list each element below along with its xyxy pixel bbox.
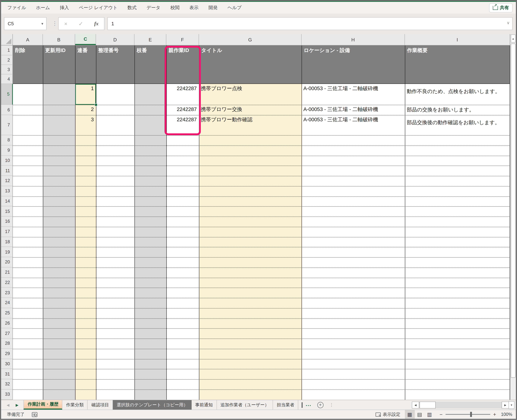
row-header-10[interactable]: 10 <box>1 156 13 166</box>
row-header-9[interactable]: 9 <box>1 145 13 156</box>
column-header-H[interactable]: H <box>301 34 405 45</box>
row-header-8[interactable]: 8 <box>1 135 13 145</box>
tab-options-icon[interactable]: ⋮ <box>329 402 334 407</box>
row-header-18[interactable]: 18 <box>1 237 13 247</box>
scroll-right-icon[interactable]: ▶ <box>502 402 509 409</box>
share-button[interactable]: 共有 <box>489 3 513 12</box>
sheet-tab-5[interactable]: 追加作業者（ユーザー） <box>217 400 273 410</box>
insert-function-icon[interactable]: fx <box>94 21 98 27</box>
partial-tab[interactable] <box>302 402 303 408</box>
row-header-6[interactable]: 6 <box>1 105 13 115</box>
row-header-25[interactable]: 25 <box>1 308 13 318</box>
column-header-G[interactable]: G <box>199 34 301 45</box>
row-header-23[interactable]: 23 <box>1 288 13 298</box>
row-header-22[interactable]: 22 <box>1 278 13 288</box>
menu-tab-2[interactable]: 挿入 <box>60 5 69 11</box>
column-header-D[interactable]: D <box>96 34 135 45</box>
scroll-down-icon[interactable]: ▼ <box>509 401 514 409</box>
column-header-I[interactable]: I <box>405 34 510 45</box>
cell-H5[interactable]: A-00053 - 三佐工場 - 二軸破砕機 <box>303 85 403 92</box>
sheet-tab-6[interactable]: 担当業者 <box>273 400 298 410</box>
row-header-4[interactable]: 4 <box>1 74 13 84</box>
name-box[interactable]: C5 ▾ <box>4 17 46 30</box>
formula-bar-expand-icon[interactable]: ∨ <box>507 21 510 25</box>
cell-C7[interactable]: 3 <box>77 117 94 122</box>
zoom-in-button[interactable]: + <box>493 412 496 417</box>
page-break-view-button[interactable]: ▥ <box>425 410 435 419</box>
cell-G6[interactable]: 携帯ブロワー交換 <box>201 106 299 113</box>
column-header-B[interactable]: B <box>43 34 75 45</box>
row-header-27[interactable]: 27 <box>1 328 13 338</box>
sheet-tab-2[interactable]: 確認項目 <box>88 400 113 410</box>
select-all-corner[interactable] <box>1 34 13 45</box>
sheet-tab-4[interactable]: 事前通知 <box>192 400 217 410</box>
macro-record-icon[interactable] <box>32 412 37 417</box>
menu-tab-5[interactable]: データ <box>146 5 160 11</box>
row-header-1[interactable]: 1 <box>1 45 13 55</box>
row-header-5[interactable]: 5 <box>1 84 13 105</box>
row-header-21[interactable]: 21 <box>1 267 13 278</box>
column-header-E[interactable]: E <box>135 34 166 45</box>
row-header-28[interactable]: 28 <box>1 338 13 349</box>
row-header-19[interactable]: 19 <box>1 247 13 257</box>
fill-handle[interactable] <box>95 103 97 106</box>
horizontal-scrollbar-thumb[interactable] <box>420 402 436 409</box>
scroll-up-icon[interactable]: ▲ <box>511 34 516 43</box>
hidden-tabs-indicator[interactable]: ... <box>306 401 311 407</box>
row-header-20[interactable]: 20 <box>1 257 13 267</box>
display-settings-button[interactable]: 表示設定 <box>371 411 405 418</box>
zoom-out-button[interactable]: − <box>440 412 443 417</box>
row-header-13[interactable]: 13 <box>1 186 13 196</box>
row-header-31[interactable]: 31 <box>1 369 13 379</box>
menu-tab-0[interactable]: ファイル <box>7 5 26 11</box>
row-header-17[interactable]: 17 <box>1 227 13 237</box>
menu-tab-3[interactable]: ページ レイアウト <box>79 5 118 11</box>
header-cell-H1[interactable]: ロケーション - 設備 <box>304 47 403 54</box>
row-header-32[interactable]: 32 <box>1 379 13 389</box>
column-header-C[interactable]: C <box>75 34 96 45</box>
row-header-15[interactable]: 15 <box>1 206 13 217</box>
cell-G5[interactable]: 携帯ブロワー点検 <box>201 85 299 92</box>
vertical-scrollbar-thumb[interactable] <box>511 44 516 378</box>
row-header-12[interactable]: 12 <box>1 176 13 186</box>
sheet-tab-1[interactable]: 作業分類 <box>62 400 88 410</box>
row-header-7[interactable]: 7 <box>1 115 13 135</box>
menu-tab-7[interactable]: 表示 <box>189 5 199 11</box>
horizontal-scrollbar[interactable]: ◀ ▶ <box>412 402 509 409</box>
add-sheet-button[interactable]: + <box>317 402 323 408</box>
header-cell-A1[interactable]: 削除 <box>15 47 41 54</box>
cancel-icon[interactable]: × <box>64 21 67 27</box>
row-header-14[interactable]: 14 <box>1 196 13 206</box>
menu-tab-8[interactable]: 開発 <box>209 5 218 11</box>
header-cell-C1[interactable]: 連番 <box>77 47 95 54</box>
vertical-scrollbar[interactable]: ▲ <box>510 34 516 400</box>
cell-I5[interactable]: 動作不良のため、点検をお願いします。 <box>407 85 508 104</box>
menu-tab-4[interactable]: 数式 <box>127 5 136 11</box>
row-header-24[interactable]: 24 <box>1 298 13 308</box>
sheet-tab-0[interactable]: 作業計画・履歴 <box>23 400 62 410</box>
name-box-dropdown-icon[interactable]: ▾ <box>41 22 43 26</box>
enter-icon[interactable]: ✓ <box>79 20 83 27</box>
scroll-left-icon[interactable]: ◀ <box>412 402 419 409</box>
zoom-slider[interactable] <box>445 412 490 417</box>
menu-tab-6[interactable]: 校閲 <box>170 5 180 11</box>
menu-tab-9[interactable]: ヘルプ <box>228 5 242 11</box>
formula-input[interactable]: 1 ∨ <box>107 17 513 30</box>
sheet-tab-3[interactable]: 選択肢のテンプレート（コピー用） <box>113 400 192 410</box>
menu-tab-1[interactable]: ホーム <box>36 5 50 11</box>
row-header-3[interactable]: 3 <box>1 65 13 74</box>
page-layout-view-button[interactable]: ▤ <box>415 410 425 419</box>
tab-scroll-right-icon[interactable]: ▶ <box>16 403 18 407</box>
header-cell-B1[interactable]: 更新用ID <box>45 47 74 54</box>
tab-scroll-left-icon[interactable]: ◀ <box>7 403 9 407</box>
cell-I7[interactable]: 部品交換後の動作確認をお願いします。 <box>407 117 508 135</box>
row-header-26[interactable]: 26 <box>1 318 13 328</box>
header-cell-G1[interactable]: タイトル <box>201 47 300 54</box>
cell-C6[interactable]: 2 <box>77 106 94 112</box>
cell-H7[interactable]: A-00053 - 三佐工場 - 二軸破砕機 <box>303 117 403 123</box>
header-cell-D1[interactable]: 整理番号 <box>98 47 133 54</box>
normal-view-button[interactable]: ▦ <box>405 410 415 419</box>
row-header-2[interactable]: 2 <box>1 55 13 65</box>
cell-H6[interactable]: A-00053 - 三佐工場 - 二軸破砕機 <box>303 106 403 113</box>
row-header-30[interactable]: 30 <box>1 359 13 369</box>
